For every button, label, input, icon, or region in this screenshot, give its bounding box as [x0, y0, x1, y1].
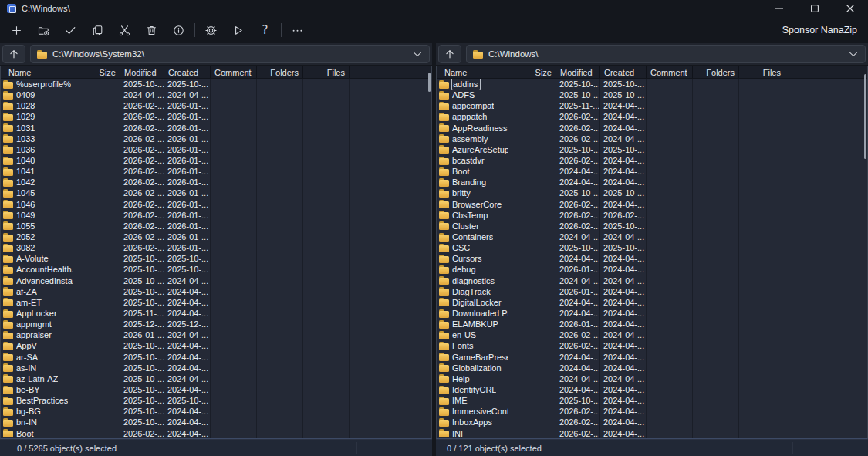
file-row[interactable]: bn-IN2025-10-...2024-04-... — [1, 417, 431, 427]
column-header-size[interactable]: Size — [512, 66, 556, 78]
test-button[interactable] — [57, 19, 84, 42]
file-row[interactable]: 10362026-02-...2026-01-... — [1, 144, 431, 155]
column-header-size[interactable]: Size — [76, 66, 120, 78]
file-row[interactable]: Boot2024-04-...2024-04-... — [437, 166, 867, 177]
file-row[interactable]: %userprofile%2025-10-...2025-10-... — [1, 79, 431, 90]
file-row[interactable]: ar-SA2025-10-...2024-04-... — [1, 352, 431, 363]
file-row[interactable]: AdvancedInstall...2025-10-...2024-04-... — [1, 275, 431, 286]
file-row[interactable]: 10452026-02-...2026-01-... — [1, 187, 431, 198]
column-header-modified[interactable]: Modified — [120, 66, 164, 78]
path-combobox[interactable]: C:\Windows\System32\ — [30, 45, 430, 63]
copy-button[interactable] — [84, 19, 111, 42]
info-button[interactable] — [165, 19, 192, 42]
close-button[interactable] — [833, 0, 868, 17]
add-button[interactable] — [3, 19, 30, 42]
extract-button[interactable] — [30, 19, 57, 42]
file-row[interactable]: be-BY2025-10-...2024-04-... — [1, 384, 431, 395]
file-row[interactable]: A-Volute2025-10-...2025-10-... — [1, 253, 431, 264]
file-row[interactable]: CbsTemp2026-02-...2026-02-... — [437, 210, 867, 221]
file-row[interactable]: debug2026-01-...2024-04-... — [437, 264, 867, 275]
delete-button[interactable] — [138, 19, 165, 42]
file-row[interactable]: bcastdvr2026-02-...2024-04-... — [437, 155, 867, 166]
file-row[interactable]: AppReadiness2026-02-...2024-04-... — [437, 123, 867, 133]
file-row[interactable]: apppatch2026-02-...2024-04-... — [437, 111, 867, 122]
file-row[interactable]: bg-BG2025-10-...2024-04-... — [1, 406, 431, 417]
file-row[interactable]: appmgmt2025-12-...2025-12-... — [1, 319, 431, 329]
file-row[interactable]: 10422026-02-...2026-01-... — [1, 177, 431, 187]
file-row[interactable]: DiagTrack2026-01-...2024-04-... — [437, 286, 867, 297]
file-row[interactable]: 10412026-02-...2026-01-... — [1, 166, 431, 177]
move-button[interactable] — [111, 19, 138, 42]
options-button[interactable] — [198, 19, 225, 42]
up-button[interactable] — [438, 45, 461, 63]
maximize-button[interactable] — [797, 0, 833, 17]
file-row[interactable]: 10402026-02-...2026-01-... — [1, 155, 431, 166]
column-header-created[interactable]: Created — [164, 66, 211, 78]
up-button[interactable] — [2, 45, 25, 63]
file-row[interactable]: AccountHealth...2025-10-...2025-10-... — [1, 264, 431, 275]
file-row[interactable]: 30822026-02-...2026-01-... — [1, 242, 431, 253]
file-row[interactable]: diagnostics2024-04-...2024-04-... — [437, 275, 867, 286]
file-row[interactable]: CSC2025-10-...2025-10-... — [437, 242, 867, 253]
chevron-down-icon[interactable] — [412, 49, 423, 59]
column-header-name[interactable]: Name — [437, 66, 512, 78]
file-row[interactable]: am-ET2025-10-...2024-04-... — [1, 297, 431, 308]
file-row[interactable]: appcompat2025-11-...2024-04-... — [437, 100, 867, 111]
column-header-files[interactable]: Files — [739, 66, 785, 78]
file-row[interactable]: GameBarPresen...2024-04-...2024-04-... — [437, 352, 867, 363]
file-row[interactable]: 10312026-02-...2026-01-... — [1, 123, 431, 133]
more-button[interactable] — [284, 19, 311, 42]
minimize-button[interactable] — [762, 0, 797, 17]
column-header-folders[interactable]: Folders — [693, 66, 739, 78]
file-row[interactable]: ADFS2025-10-...2025-10-... — [437, 90, 867, 100]
file-row[interactable]: 10282026-02-...2026-01-... — [1, 100, 431, 111]
file-row[interactable]: Containers2024-04-...2024-04-... — [437, 231, 867, 242]
file-row[interactable]: AppLocker2025-11-...2024-04-... — [1, 308, 431, 319]
column-header-comment[interactable]: Comment — [211, 66, 257, 78]
file-row[interactable]: BestPractices2025-10-...2025-10-... — [1, 395, 431, 406]
file-row[interactable]: as-IN2025-10-...2024-04-... — [1, 363, 431, 373]
sponsor-nanazip-button[interactable]: Sponsor NanaZip — [782, 25, 857, 35]
file-row[interactable]: 04092024-04-...2024-04-... — [1, 90, 431, 100]
file-row[interactable]: ELAMBKUP2026-01-...2024-04-... — [437, 319, 867, 329]
file-row[interactable]: DigitalLocker2024-04-...2024-04-... — [437, 297, 867, 308]
file-row[interactable]: af-ZA2025-10-...2024-04-... — [1, 286, 431, 297]
file-row[interactable]: Cluster2026-02-...2025-10-... — [437, 221, 867, 231]
column-header-created[interactable]: Created — [600, 66, 647, 78]
file-row[interactable]: AppV2025-10-...2024-04-... — [1, 340, 431, 351]
file-row[interactable]: IME2025-10-...2024-04-... — [437, 395, 867, 406]
path-combobox[interactable]: C:\Windows\ — [466, 45, 866, 63]
file-row[interactable]: BrowserCore2026-02-...2024-04-... — [437, 199, 867, 210]
column-header-comment[interactable]: Comment — [647, 66, 693, 78]
file-row[interactable]: appraiser2026-01-...2024-04-... — [1, 329, 431, 340]
file-row[interactable]: 10332026-02-...2026-01-... — [1, 133, 431, 144]
file-row[interactable]: ImmersiveContr...2026-02-...2024-04-... — [437, 406, 867, 417]
file-row[interactable]: brltty2025-10-...2025-10-... — [437, 187, 867, 198]
file-row[interactable]: assembly2026-02-...2024-04-... — [437, 133, 867, 144]
file-row[interactable]: IdentityCRL2024-04-...2024-04-... — [437, 384, 867, 395]
file-row[interactable]: 10462026-02-...2026-01-... — [1, 199, 431, 210]
file-row[interactable]: Help2024-04-...2024-04-... — [437, 373, 867, 384]
help-button[interactable]: ? — [252, 19, 279, 42]
file-row[interactable]: Boot2026-02-...2024-04-... — [1, 428, 431, 439]
file-row[interactable]: 20522026-02-...2026-01-... — [1, 231, 431, 242]
file-row[interactable]: addins2025-10-...2025-10-... — [437, 79, 867, 90]
file-row[interactable]: INF2026-02-...2024-04-... — [437, 428, 867, 439]
file-row[interactable]: az-Latn-AZ2025-10-...2024-04-... — [1, 373, 431, 384]
run-button[interactable] — [225, 19, 252, 42]
file-row[interactable]: en-US2026-02-...2024-04-... — [437, 329, 867, 340]
file-row[interactable]: Cursors2024-04-...2024-04-... — [437, 253, 867, 264]
column-header-name[interactable]: Name — [1, 66, 76, 78]
vertical-scrollbar-thumb[interactable] — [864, 74, 866, 159]
file-row[interactable]: 10552026-02-...2026-01-... — [1, 221, 431, 231]
file-row[interactable]: 10292026-02-...2026-01-... — [1, 111, 431, 122]
file-row[interactable]: Fonts2026-02-...2024-04-... — [437, 340, 867, 351]
file-row[interactable]: Downloaded Pr...2024-04-...2024-04-... — [437, 308, 867, 319]
file-row[interactable]: AzureArcSetup2025-10-...2025-10-... — [437, 144, 867, 155]
file-row[interactable]: Branding2024-04-...2024-04-... — [437, 177, 867, 187]
file-row[interactable]: InboxApps2026-02-...2024-04-... — [437, 417, 867, 427]
column-header-modified[interactable]: Modified — [556, 66, 600, 78]
chevron-down-icon[interactable] — [848, 49, 859, 59]
column-header-folders[interactable]: Folders — [257, 66, 303, 78]
vertical-scrollbar-thumb[interactable] — [428, 73, 431, 92]
